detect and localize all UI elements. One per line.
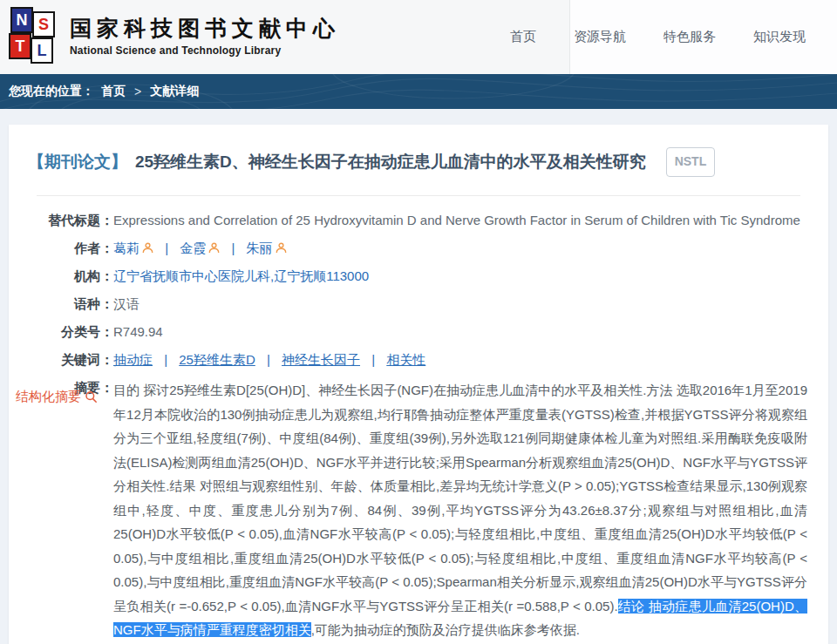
breadcrumb-prefix: 您现在的位置：	[9, 84, 94, 99]
person-icon	[142, 242, 153, 254]
person-icon	[276, 242, 287, 254]
article-metadata: 替代标题： Expressions and Correlation of 25 …	[28, 211, 809, 644]
abstract-text: 目的 探讨25羟维生素D[25(OH)D]、神经生长因子(NGF)在抽动症患儿血…	[113, 378, 807, 642]
organization-label: 机构：	[28, 267, 113, 285]
author-link[interactable]: 金霞	[180, 241, 220, 255]
logo-text: 国家科技图书文献中心 National Science and Technolo…	[70, 15, 340, 57]
logo-letter-l: L	[31, 37, 53, 64]
classification-value: R749.94	[113, 322, 163, 341]
keyword-link[interactable]: 25羟维生素D	[179, 352, 255, 367]
contour-pattern	[0, 74, 837, 109]
abstract-row: 摘要： 目的 探讨25羟维生素D[25(OH)D]、神经生长因子(NGF)在抽动…	[28, 378, 809, 642]
article-title: 25羟维生素D、神经生长因子在抽动症患儿血清中的水平及相关性研究	[135, 153, 646, 171]
organization-link[interactable]: 辽宁省抚顺市中心医院儿科,辽宁抚顺113000	[113, 267, 369, 285]
logo-letter-n: N	[10, 7, 33, 33]
site-header: N S T L 国家科技图书文献中心 National Science and …	[0, 0, 837, 74]
title-divider	[37, 195, 800, 196]
abstract-before: 目的 探讨25羟维生素D[25(OH)D]、神经生长因子(NGF)在抽动症患儿血…	[113, 383, 807, 613]
classification-label: 分类号：	[28, 322, 113, 341]
authors-row: 作者： 葛莉 | 金霞 | 朱丽	[28, 239, 809, 257]
site-subtitle: National Science and Technology Library	[70, 44, 340, 57]
abstract-after: ,可能为抽动症的预防及治疗提供临床参考依据.	[311, 622, 580, 637]
language-label: 语种：	[28, 295, 113, 313]
site-title: 国家科技图书文献中心	[70, 15, 340, 41]
organization-row: 机构： 辽宁省抚顺市中心医院儿科,辽宁抚顺113000	[28, 267, 809, 285]
separator: |	[231, 241, 235, 255]
breadcrumb: 您现在的位置： 首页 > 文献详细	[0, 74, 837, 109]
alt-title-label: 替代标题：	[28, 211, 113, 229]
breadcrumb-home-link[interactable]: 首页	[101, 84, 126, 99]
article-card: 【期刊论文】 25羟维生素D、神经生长因子在抽动症患儿血清中的水平及相关性研究 …	[9, 125, 828, 644]
structured-abstract-link[interactable]: 结构化摘要	[16, 389, 98, 405]
breadcrumb-separator: >	[134, 85, 141, 98]
abstract-label: 摘要：	[28, 378, 113, 642]
magnifier-icon	[85, 390, 98, 403]
keywords-row: 关键词： 抽动症 | 25羟维生素D | 神经生长因子 | 相关性	[28, 350, 809, 369]
logo-letter-t: T	[9, 33, 31, 59]
author-link[interactable]: 葛莉	[113, 241, 153, 255]
nav-item-resource-nav[interactable]: 资源导航	[574, 29, 626, 45]
alt-title-value: Expressions and Correlation of 25 Hydrox…	[113, 211, 800, 229]
keyword-link[interactable]: 相关性	[386, 352, 425, 367]
separator: |	[371, 352, 375, 367]
structured-abstract-label: 结构化摘要	[16, 389, 81, 405]
language-value: 汉语	[113, 295, 140, 313]
nav-item-knowledge-discovery[interactable]: 知识发现	[753, 29, 806, 45]
nstl-logo-mark: N S T L	[9, 6, 59, 65]
nav-item-featured-services[interactable]: 特色服务	[663, 29, 716, 45]
keywords-label: 关键词：	[28, 350, 113, 369]
person-icon	[208, 242, 220, 254]
alt-title-row: 替代标题： Expressions and Correlation of 25 …	[28, 211, 809, 229]
separator: |	[165, 241, 168, 255]
nstl-badge: NSTL	[666, 147, 716, 177]
page-content: 【期刊论文】 25羟维生素D、神经生长因子在抽动症患儿血清中的水平及相关性研究 …	[0, 109, 837, 644]
separator: |	[164, 352, 167, 367]
breadcrumb-current: 文献详细	[150, 84, 199, 99]
article-title-row: 【期刊论文】 25羟维生素D、神经生长因子在抽动症患儿血清中的水平及相关性研究 …	[28, 146, 809, 177]
keyword-link[interactable]: 神经生长因子	[282, 352, 360, 367]
language-row: 语种： 汉语	[28, 295, 809, 313]
author-link[interactable]: 朱丽	[247, 241, 287, 255]
article-type-tag: 【期刊论文】	[28, 153, 127, 171]
authors-label: 作者：	[28, 239, 113, 257]
keyword-link[interactable]: 抽动症	[113, 352, 153, 367]
nstl-logo[interactable]: N S T L 国家科技图书文献中心 National Science and …	[9, 6, 340, 65]
nav-item-home[interactable]: 首页	[510, 29, 536, 45]
main-nav: 首页 资源导航 特色服务 知识发现	[510, 0, 806, 74]
classification-row: 分类号： R749.94	[28, 322, 809, 341]
separator: |	[267, 352, 270, 367]
logo-letter-s: S	[32, 11, 55, 37]
